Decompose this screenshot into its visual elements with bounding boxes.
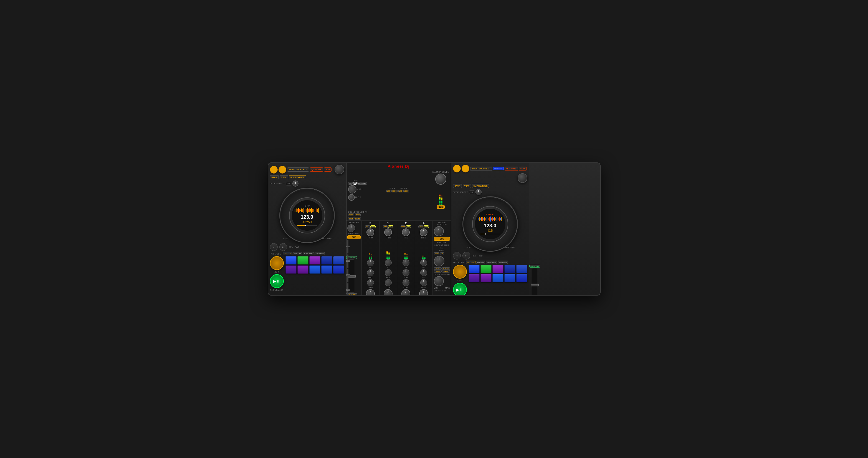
mic-talk-over-btn[interactable]: TALK OVER (357, 182, 367, 185)
ch2-hi-knob[interactable] (403, 259, 409, 266)
filter-btn[interactable]: FILTER (354, 217, 361, 220)
left-view-btn[interactable]: VIEW (280, 175, 288, 179)
sampler-fader-4[interactable] (347, 283, 348, 296)
left-pad-10[interactable] (333, 265, 344, 274)
right-pad-9[interactable] (504, 274, 516, 282)
ch4-hi-knob[interactable] (420, 259, 427, 266)
ch4-trim-knob[interactable] (420, 228, 428, 236)
ch1-usbb[interactable]: USB B (388, 225, 393, 228)
noise-btn[interactable]: NOISE (348, 217, 354, 220)
right-pad-3[interactable] (492, 265, 503, 273)
ch4-usbb[interactable]: USB B (424, 225, 429, 228)
mic-off-btn[interactable]: OFF (348, 182, 352, 185)
right-deck-num[interactable]: 2/4 (469, 191, 475, 194)
right-jog-adjust-knob[interactable] (475, 189, 482, 195)
ch2-low-knob[interactable] (403, 279, 409, 286)
fx-trans-btn[interactable]: TRANS (434, 270, 442, 272)
mic1-knob[interactable] (348, 185, 356, 194)
fx-phaser-btn[interactable]: PHASER (442, 270, 450, 272)
left-pad-1[interactable] (285, 256, 297, 264)
booth-cue-btn[interactable]: CUE (434, 237, 450, 241)
sampler-fader-2[interactable] (347, 254, 348, 268)
left-tempo-fader[interactable] (349, 260, 354, 293)
right-hot-cue-btn[interactable]: HOT CUE (466, 261, 475, 264)
usb-a-line1[interactable]: LINE (386, 190, 391, 192)
left-jog-adjust-knob[interactable] (292, 181, 299, 187)
left-btn-in[interactable] (270, 166, 278, 173)
right-back-btn[interactable]: BACK (453, 184, 462, 188)
left-hot-cue-btn[interactable]: HOT CUE (283, 252, 292, 255)
ch3-usba[interactable]: USB A (365, 225, 370, 228)
right-search-rev[interactable]: ◄ (453, 252, 461, 260)
fx-echo-btn[interactable]: ECHO (434, 267, 442, 270)
mic-on-btn[interactable]: ON (353, 182, 357, 185)
left-pad-7[interactable] (298, 265, 308, 274)
right-slip-btn[interactable]: SLIP (519, 167, 527, 171)
right-view-btn[interactable]: VIEW (463, 184, 471, 188)
ch2-color-knob[interactable] (401, 289, 410, 296)
sampler-fader-3-handle[interactable] (346, 274, 350, 276)
left-btn-out[interactable] (279, 166, 286, 173)
audio-btn[interactable]: AUDIO (348, 214, 354, 216)
ch4-color-knob[interactable] (419, 289, 428, 296)
ch3-color-knob[interactable] (366, 289, 375, 296)
sampler-fader-2-handle[interactable] (346, 260, 350, 262)
left-deck-num[interactable]: 3/1 (286, 182, 291, 186)
right-encoder[interactable] (518, 173, 527, 183)
right-slip-reverse-btn[interactable]: SLIP REVERSE (472, 184, 489, 188)
ch2-trim-knob[interactable] (402, 228, 410, 236)
mic2-knob[interactable] (348, 194, 355, 201)
left-back-btn[interactable]: BACK (270, 175, 279, 179)
ch4-mid-knob[interactable] (420, 269, 427, 276)
usb-a-usb1[interactable]: USB B (392, 190, 398, 192)
right-pad-8[interactable] (492, 274, 503, 282)
right-pad-5[interactable] (516, 265, 527, 273)
ch2-usbb[interactable]: USB B (406, 225, 411, 228)
right-sampler-btn[interactable]: SAMPLER (498, 261, 508, 264)
left-jog-outer[interactable]: -0 F# (279, 188, 335, 243)
left-search-fwd[interactable]: ► (279, 243, 287, 251)
ch1-usba[interactable]: USB A (383, 225, 388, 228)
ch2-mid-knob[interactable] (403, 269, 409, 276)
left-quantize-btn[interactable]: QUANTIZE (310, 167, 323, 172)
left-search-rev[interactable]: ◄ (270, 243, 278, 251)
right-beat-jump-btn[interactable]: BEAT JUMP (486, 261, 497, 264)
right-pad-fx1-btn[interactable]: PAD FX1 (476, 261, 485, 264)
left-pad-6[interactable] (285, 265, 297, 274)
master-knob[interactable] (435, 173, 446, 185)
sampler-cue-btn[interactable]: CUE (347, 235, 361, 239)
left-pad-9[interactable] (321, 265, 332, 274)
booth-knob[interactable] (434, 226, 444, 236)
right-pad-10[interactable] (516, 274, 527, 282)
left-pad-4[interactable] (321, 256, 332, 264)
ch3-trim-knob[interactable] (367, 228, 374, 236)
right-tempo-fader[interactable] (532, 268, 537, 296)
right-search-fwd[interactable]: ► (462, 252, 470, 260)
left-encoder[interactable] (335, 165, 344, 174)
left-cue-button[interactable] (270, 256, 284, 270)
pitch-btn[interactable]: PITCH (355, 214, 361, 216)
left-slip-btn[interactable]: SLIP (324, 167, 332, 172)
right-pad-1[interactable] (468, 265, 479, 273)
right-jog-outer[interactable]: SIGNAL (462, 196, 518, 252)
right-btn-in[interactable] (453, 165, 461, 172)
beat-tap-btn[interactable]: TAP (440, 252, 444, 255)
right-pad-4[interactable] (504, 265, 516, 273)
sampler-vol-knob[interactable] (347, 224, 355, 232)
ch1-hi-knob[interactable] (385, 259, 392, 266)
usb-b-line1[interactable]: LINE (398, 190, 403, 192)
ch3-mid-knob[interactable] (367, 269, 374, 276)
ch1-color-knob[interactable] (384, 289, 393, 296)
fx-flanger-btn[interactable]: FLANGER (442, 267, 450, 270)
left-pad-fx1-btn[interactable]: PAD FX1 (293, 252, 302, 255)
left-slip-reverse-btn[interactable]: SLIP REVERSE (289, 175, 306, 179)
left-play-button[interactable]: ▶⏸ (270, 274, 284, 288)
sampler-fader-1[interactable] (347, 240, 348, 254)
ch3-low-knob[interactable] (367, 279, 374, 286)
ch4-low-knob[interactable] (420, 279, 427, 286)
right-pad-2[interactable] (480, 265, 492, 273)
ch1-low-knob[interactable] (385, 279, 392, 286)
beat-auto-btn[interactable]: AUTO (434, 252, 439, 255)
left-loop-btn[interactable]: 4 BEAT LOOP / EXIT (287, 167, 309, 172)
sampler-fader-4-handle[interactable] (346, 289, 350, 291)
